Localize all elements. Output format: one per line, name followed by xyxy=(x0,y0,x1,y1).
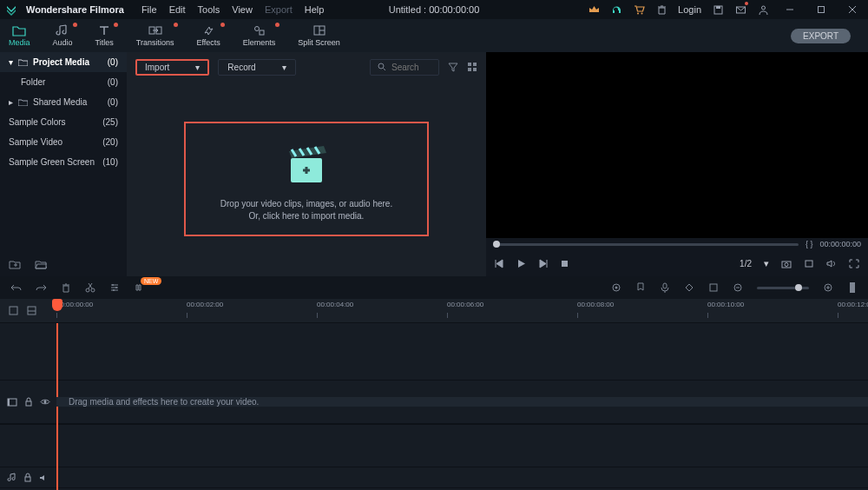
import-dropdown[interactable]: Import ▾ xyxy=(135,59,209,76)
prev-frame-icon[interactable] xyxy=(495,259,504,268)
sidebar-count: (25) xyxy=(102,117,118,127)
close-button[interactable] xyxy=(842,3,863,17)
fullscreen-icon[interactable] xyxy=(849,259,859,268)
crop-icon[interactable] xyxy=(708,282,719,293)
chevron-down-icon[interactable]: ▾ xyxy=(764,258,769,269)
sidebar-label: Sample Video xyxy=(9,137,62,147)
folder-open-icon[interactable] xyxy=(35,259,47,269)
menu-edit[interactable]: Edit xyxy=(169,4,186,15)
sidebar-item-project-media[interactable]: ▾Project Media (0) xyxy=(0,52,127,72)
tab-effects[interactable]: Effects xyxy=(196,24,220,47)
brackets: { } xyxy=(806,240,813,248)
chevron-down-icon: ▾ xyxy=(282,63,286,72)
marker-icon[interactable] xyxy=(635,282,646,293)
minimize-button[interactable] xyxy=(779,3,800,17)
svg-point-0 xyxy=(637,12,639,14)
stop-icon[interactable] xyxy=(560,259,569,268)
tab-label: Media xyxy=(9,38,30,47)
zoom-slider[interactable] xyxy=(757,287,809,289)
preview-video xyxy=(486,52,868,238)
play-icon[interactable] xyxy=(516,259,526,268)
export-button[interactable]: EXPORT xyxy=(791,29,851,43)
ruler-tick: 00:00:02:00 xyxy=(187,301,223,308)
adjust-icon[interactable] xyxy=(109,282,120,293)
filter-icon[interactable] xyxy=(448,62,458,72)
mail-icon[interactable] xyxy=(734,3,746,16)
app-logo-icon xyxy=(5,3,17,16)
user-icon[interactable] xyxy=(757,3,769,16)
trash-icon[interactable] xyxy=(655,3,667,16)
timeline-toolbar: NEW xyxy=(0,276,868,299)
sidebar-item-folder[interactable]: Folder (0) xyxy=(0,72,127,92)
next-frame-icon[interactable] xyxy=(538,259,548,268)
zoom-out-icon[interactable] xyxy=(733,282,743,293)
search-input[interactable] xyxy=(391,63,431,72)
search-box[interactable] xyxy=(370,59,439,76)
menu-help[interactable]: Help xyxy=(305,4,325,15)
keyframe-icon[interactable] xyxy=(684,282,694,293)
folder-icon xyxy=(18,98,28,106)
timeline-ruler: 00:00:00:0000:00:02:0000:00:04:0000:00:0… xyxy=(0,299,868,323)
lock-icon[interactable] xyxy=(23,473,32,482)
video-track-body[interactable]: Drag media and effects here to create yo… xyxy=(56,397,868,407)
chevron-down-icon: ▾ xyxy=(195,63,200,72)
menu-file[interactable]: File xyxy=(141,4,157,15)
snapshot-icon[interactable] xyxy=(781,259,792,268)
seek-row: { } 00:00:00:00 xyxy=(486,238,868,250)
render-icon[interactable]: NEW xyxy=(134,282,145,293)
save-icon[interactable] xyxy=(712,3,724,16)
menu-view[interactable]: View xyxy=(232,4,253,15)
record-dropdown[interactable]: Record ▾ xyxy=(218,59,295,76)
track-options2-icon[interactable] xyxy=(27,306,36,315)
maximize-button[interactable] xyxy=(811,3,832,17)
marker-prev-icon[interactable] xyxy=(804,259,814,268)
grid-view-icon[interactable] xyxy=(467,62,477,72)
new-folder-icon[interactable] xyxy=(9,259,21,269)
menu-tools[interactable]: Tools xyxy=(198,4,220,15)
mute-icon[interactable] xyxy=(39,473,49,482)
headset-icon[interactable] xyxy=(610,3,622,16)
split-icon[interactable] xyxy=(85,282,95,293)
volume-icon[interactable] xyxy=(826,259,837,268)
delete-icon[interactable] xyxy=(61,282,71,293)
drop-box: Drop your video clips, images, or audio … xyxy=(184,122,429,236)
tab-label: Elements xyxy=(243,38,276,47)
redo-icon[interactable] xyxy=(36,282,47,293)
track-hint: Drag media and effects here to create yo… xyxy=(56,397,868,407)
sidebar-label: Sample Colors xyxy=(9,117,66,127)
crown-icon[interactable] xyxy=(588,3,600,16)
speed-label[interactable]: 1/2 xyxy=(740,259,752,268)
audio-track xyxy=(0,467,868,488)
media-drop-zone[interactable]: Drop your video clips, images, or audio … xyxy=(127,82,486,276)
playhead[interactable] xyxy=(56,323,58,490)
tab-audio[interactable]: Audio xyxy=(53,24,73,47)
login-link[interactable]: Login xyxy=(678,4,701,15)
main-toolbar: Media Audio Titles Transitions Effects E… xyxy=(0,19,868,52)
sidebar-item-sample-green[interactable]: Sample Green Screen (10) xyxy=(0,152,127,172)
tab-titles[interactable]: Titles xyxy=(95,24,114,47)
lock-icon[interactable] xyxy=(24,397,33,407)
seek-thumb[interactable] xyxy=(493,241,500,248)
mic-icon[interactable] xyxy=(660,282,670,293)
tab-elements[interactable]: Elements xyxy=(243,24,276,47)
zoom-thumb[interactable] xyxy=(795,284,802,291)
svg-point-30 xyxy=(113,289,115,291)
sidebar-label: Folder xyxy=(21,77,45,87)
tab-splitscreen[interactable]: Split Screen xyxy=(298,24,340,47)
sidebar-item-sample-colors[interactable]: Sample Colors (25) xyxy=(0,112,127,132)
svg-point-27 xyxy=(91,288,95,292)
track-options-icon[interactable] xyxy=(9,306,18,315)
sidebar-item-shared-media[interactable]: ▸Shared Media (0) xyxy=(0,92,127,112)
seek-bar[interactable] xyxy=(493,243,799,246)
undo-icon[interactable] xyxy=(10,282,22,293)
zoom-in-icon[interactable] xyxy=(823,282,833,293)
visibility-icon[interactable] xyxy=(40,398,50,406)
cart-icon[interactable] xyxy=(633,3,645,16)
record-voiceover-icon[interactable] xyxy=(611,282,621,293)
tab-transitions[interactable]: Transitions xyxy=(136,24,174,47)
sidebar-item-sample-video[interactable]: Sample Video (20) xyxy=(0,132,127,152)
tab-media[interactable]: Media xyxy=(9,24,30,47)
ruler-icons xyxy=(0,299,56,322)
zoom-fit-icon[interactable] xyxy=(847,281,858,294)
ruler-ticks[interactable]: 00:00:00:0000:00:02:0000:00:04:0000:00:0… xyxy=(56,299,868,322)
